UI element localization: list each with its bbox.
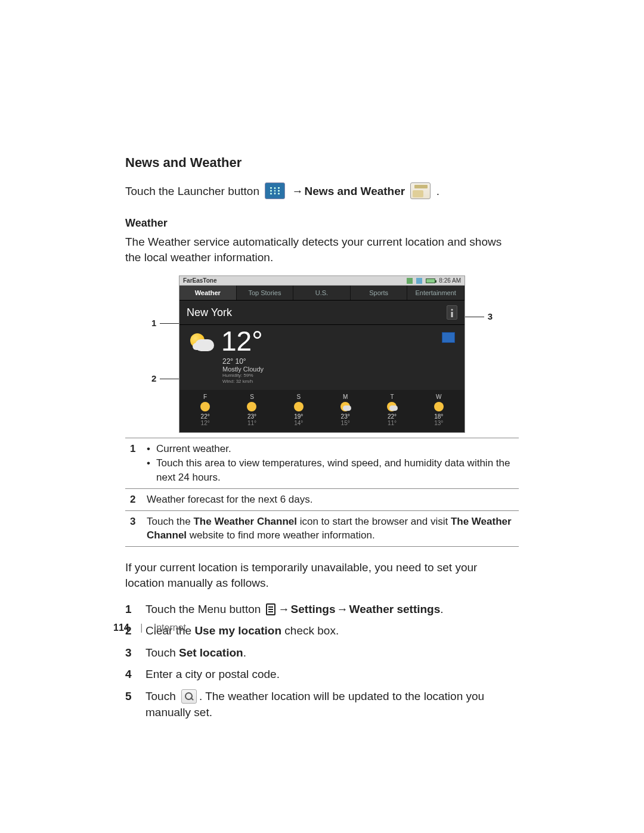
current-temp: 12° [221, 327, 264, 355]
text: Touch the Menu button [145, 603, 264, 615]
android-statusbar: FarEasTone 8:26 AM [179, 276, 465, 286]
arrow-icon: → [278, 603, 290, 615]
forecast-day: F22°12° [182, 394, 228, 426]
device-screenshot: FarEasTone 8:26 AM Weather Top Stories U… [179, 275, 465, 433]
callout-1-label: 1 [151, 318, 156, 328]
anno-body: Touch the The Weather Channel icon to st… [142, 510, 519, 547]
section-title: News and Weather [125, 155, 519, 171]
callout-1-line [160, 323, 179, 324]
search-icon [181, 689, 197, 704]
bold-text: Set location [179, 646, 243, 659]
step-item: 1 Touch the Menu button →Settings→Weathe… [125, 602, 519, 618]
conditions: Mostly Cloudy [222, 366, 264, 373]
text: Touch the [147, 516, 193, 527]
text: Touch [145, 690, 179, 702]
day-label: F [182, 394, 228, 400]
day-label: S [228, 394, 275, 400]
forecast-day: S19°14° [275, 394, 322, 426]
screenshot-container: FarEasTone 8:26 AM Weather Top Stories U… [125, 275, 519, 433]
arrow-icon: → [292, 185, 304, 197]
low: 14° [275, 420, 322, 426]
weather-condition-icon [189, 331, 215, 354]
step-num: 3 [125, 645, 137, 661]
carrier-label: FarEasTone [183, 277, 217, 284]
post-text: If your current location is temporarily … [125, 560, 519, 590]
callout-3-line [465, 317, 484, 317]
text: icon to start the browser and visit [297, 516, 451, 527]
table-row: 3 Touch the The Weather Channel icon to … [125, 510, 519, 547]
high: 22° [369, 413, 415, 420]
tab-sports[interactable]: Sports [351, 286, 408, 300]
bullet-item: Touch this area to view temperatures, wi… [147, 456, 514, 485]
steps-list: 1 Touch the Menu button →Settings→Weathe… [125, 602, 519, 721]
anno-body: Weather forecast for the next 6 days. [142, 488, 519, 510]
day-label: T [369, 394, 415, 400]
sun-icon [434, 402, 444, 411]
bold-text: The Weather Channel [193, 516, 297, 527]
page-number: 114 [113, 623, 129, 633]
tab-us[interactable]: U.S. [293, 286, 351, 300]
signal-icon [407, 278, 413, 284]
low: 12° [182, 420, 228, 426]
forecast-day: S23°11° [228, 394, 275, 426]
humidity: Humidity: 59% [222, 373, 264, 379]
cloud-icon [340, 402, 350, 411]
tab-entertainment[interactable]: Entertainment [407, 286, 465, 300]
news-weather-icon [410, 182, 431, 199]
step-body: Touch . The weather location will be upd… [145, 689, 519, 720]
step-num: 5 [125, 689, 137, 720]
footer-section: Internet [154, 623, 186, 633]
sun-icon [294, 402, 304, 411]
step-item: 4 Enter a city or postal code. [125, 667, 519, 683]
launcher-instruction: Touch the Launcher button →News and Weat… [125, 182, 519, 199]
page-footer: 114 | Internet [113, 623, 186, 633]
cloud-icon [387, 402, 397, 411]
table-row: 2 Weather forecast for the next 6 days. [125, 488, 519, 510]
tab-bar: Weather Top Stories U.S. Sports Entertai… [179, 286, 465, 301]
day-label: W [416, 394, 462, 400]
anno-num: 1 [125, 438, 142, 488]
bold-text: Use my location [194, 624, 281, 637]
step-body: Clear the Use my location check box. [145, 623, 519, 639]
sun-icon [200, 402, 210, 411]
callout-2-line [160, 379, 179, 379]
city-name: New York [187, 306, 232, 319]
bold-text: Settings [291, 603, 336, 615]
annotation-table: 1 Current weather. Touch this area to vi… [125, 438, 519, 547]
statusbar-time: 8:26 AM [439, 277, 461, 284]
bullet-item: Current weather. [147, 442, 514, 456]
current-weather-panel[interactable]: 12° 22° 10° Mostly Cloudy Humidity: 59% … [179, 325, 465, 390]
text: . [243, 646, 246, 659]
step-num: 4 [125, 667, 137, 683]
forecast-day: T22°11° [369, 394, 415, 426]
wind: Wind: 32 km/h [222, 379, 264, 385]
battery-icon [426, 278, 435, 283]
forecast-day: W18°13° [416, 394, 462, 426]
high-low: 22° 10° [222, 357, 264, 366]
footer-divider: | [140, 623, 143, 633]
weather-channel-icon[interactable] [442, 332, 455, 343]
day-label: S [275, 394, 322, 400]
low: 11° [369, 420, 415, 426]
high: 23° [228, 413, 275, 420]
tab-weather[interactable]: Weather [179, 286, 237, 300]
text: Touch the Launcher button [125, 185, 259, 197]
weather-heading: Weather [125, 217, 519, 230]
menu-icon [266, 603, 275, 615]
bold-text: Weather settings [349, 603, 441, 615]
arrow-icon: → [337, 603, 348, 615]
low: 11° [228, 420, 275, 426]
step-item: 3 Touch Set location. [125, 645, 519, 661]
info-button[interactable] [447, 305, 457, 320]
step-body: Touch Set location. [145, 645, 519, 661]
low: 13° [416, 420, 462, 426]
low: 15° [322, 420, 369, 426]
forecast-row[interactable]: F22°12° S23°11° S19°14° M23°15° T22°11° … [179, 390, 465, 432]
tab-top-stories[interactable]: Top Stories [237, 286, 294, 300]
weather-desc: The Weather service automatically detect… [125, 234, 519, 265]
launcher-icon [265, 182, 285, 199]
high: 22° [182, 413, 228, 420]
document-page: News and Weather Touch the Launcher butt… [0, 0, 644, 833]
city-row: New York [179, 301, 465, 325]
step-body: Touch the Menu button →Settings→Weather … [145, 602, 519, 618]
